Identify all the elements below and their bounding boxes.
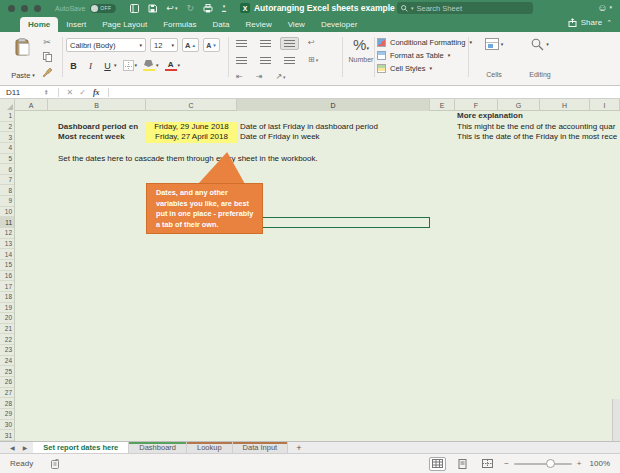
fill-color-button[interactable]: ▾ — [143, 60, 159, 71]
ribbon-tab-developer[interactable]: Developer — [313, 17, 365, 32]
page-break-view-button[interactable] — [479, 457, 496, 471]
underline-button[interactable]: U▾ — [102, 61, 117, 71]
ribbon-tab-page-layout[interactable]: Page Layout — [94, 17, 155, 32]
confirm-entry-icon[interactable]: ✓ — [79, 88, 86, 97]
merge-center-button[interactable]: ⊞▾ — [304, 53, 322, 67]
page-layout-view-button[interactable] — [454, 457, 471, 471]
font-color-button[interactable]: A▾ — [165, 60, 181, 71]
cell-f3[interactable]: This is the date of the Friday in the mo… — [457, 132, 620, 143]
cells-layer: More explanation Dashboard period en Fri… — [0, 99, 620, 441]
macro-record-icon[interactable] — [51, 459, 62, 469]
insert-function-button[interactable]: fx — [93, 88, 100, 97]
zoom-slider[interactable] — [514, 463, 572, 465]
zoom-slider-thumb[interactable] — [546, 459, 555, 468]
ribbon-tab-insert[interactable]: Insert — [58, 17, 94, 32]
sheet-tab-set-report-dates-here[interactable]: Set report dates here — [33, 442, 129, 453]
minimize-window-button[interactable] — [21, 5, 28, 12]
cell-c3[interactable]: Friday, 27 April 2018 — [146, 132, 237, 143]
number-format-button[interactable]: %▾ — [353, 43, 369, 52]
percent-icon: % — [353, 36, 366, 53]
cell-d2[interactable]: Date of last Friday in dashboard period — [240, 122, 378, 133]
search-scope-dropdown-icon[interactable]: ▾ — [411, 6, 414, 11]
undo-button[interactable]: ↩▾ — [166, 3, 177, 13]
feedback-button[interactable]: ☺▾ — [597, 2, 612, 13]
font-size-select[interactable]: 12▾ — [150, 38, 178, 52]
align-left-button[interactable] — [232, 54, 251, 67]
sheet-tab-data-input[interactable]: Data Input — [233, 442, 289, 453]
zoom-in-button[interactable]: + — [577, 459, 582, 468]
cell-c2[interactable]: Friday, 29 June 2018 — [146, 122, 237, 133]
top-align-button[interactable] — [232, 37, 251, 50]
copy-icon[interactable] — [43, 52, 52, 62]
zoom-window-button[interactable] — [34, 5, 41, 12]
vertical-scrollbar[interactable] — [612, 399, 620, 441]
bold-button[interactable]: B — [68, 61, 79, 71]
cell-f1[interactable]: More explanation — [457, 111, 523, 122]
paste-button[interactable]: Paste▾ — [8, 36, 38, 82]
bottom-align-button[interactable] — [280, 37, 299, 50]
format-painter-icon[interactable] — [42, 67, 52, 77]
decrease-indent-button[interactable]: ⇤ — [232, 70, 247, 84]
active-cell-d11[interactable] — [237, 217, 430, 228]
wrap-text-button[interactable]: ↩ — [304, 36, 319, 50]
italic-button[interactable]: I — [85, 61, 96, 71]
sheet-tab-lookup[interactable]: Lookup — [187, 442, 233, 453]
align-right-button[interactable] — [280, 54, 299, 67]
conditional-formatting-button[interactable]: Conditional Formatting▾ — [377, 38, 472, 47]
name-box-stepper[interactable]: ▲▼ — [44, 89, 48, 96]
borders-icon — [123, 60, 134, 71]
save-icon[interactable] — [148, 4, 157, 13]
normal-view-button[interactable] — [429, 457, 446, 471]
decrease-font-size-button[interactable]: A▼ — [203, 38, 220, 52]
toolbar-options-icon[interactable]: ▾▬ — [222, 4, 226, 12]
cancel-entry-icon[interactable]: ✕ — [66, 88, 73, 97]
autosave-toggle[interactable]: OFF — [90, 4, 116, 13]
borders-button[interactable]: ▾ — [123, 60, 138, 71]
cell-b5[interactable]: Set the dates here to cascade them throu… — [58, 154, 318, 165]
format-as-table-button[interactable]: Format as Table▾ — [377, 51, 472, 60]
window-layout-icon[interactable] — [130, 4, 139, 13]
spreadsheet-grid[interactable]: ABCDEFGHI 123456789101112131415161718192… — [0, 99, 620, 441]
search-field[interactable]: ▾ Search Sheet — [397, 2, 533, 14]
prev-sheet-icon[interactable]: ◀ — [10, 444, 15, 451]
undo-dropdown-icon[interactable]: ▾ — [175, 6, 178, 11]
middle-align-button[interactable] — [256, 37, 275, 50]
font-name-select[interactable]: Calibri (Body)▾ — [66, 38, 146, 52]
ribbon-tab-data[interactable]: Data — [205, 17, 238, 32]
excel-file-icon: X — [240, 3, 250, 13]
redo-icon[interactable]: ↻ — [186, 3, 194, 13]
next-sheet-icon[interactable]: ▶ — [23, 444, 28, 451]
cell-b3[interactable]: Most recent week — [58, 132, 125, 143]
add-sheet-button[interactable]: + — [288, 442, 309, 453]
conditional-formatting-icon — [377, 38, 386, 47]
collapse-ribbon-icon[interactable]: ⌃ — [606, 19, 612, 27]
zoom-out-button[interactable]: − — [504, 459, 509, 468]
increase-font-size-button[interactable]: A▲ — [182, 38, 199, 52]
increase-indent-button[interactable]: ⇥ — [252, 70, 267, 84]
ribbon-tab-view[interactable]: View — [280, 17, 313, 32]
ribbon-tab-bar: HomeInsertPage LayoutFormulasDataReviewV… — [0, 16, 620, 32]
ribbon-tab-review[interactable]: Review — [237, 17, 279, 32]
search-icon — [401, 5, 408, 12]
cells-icon — [485, 38, 499, 50]
callout-shape[interactable]: Dates, and any other variables you like,… — [146, 183, 263, 234]
paste-dropdown-icon[interactable]: ▾ — [32, 73, 35, 78]
share-button[interactable]: Share ⌃ — [568, 18, 612, 27]
cell-f2[interactable]: This might be the end of the accounting … — [457, 122, 620, 133]
ribbon-tab-home[interactable]: Home — [20, 17, 58, 32]
sheet-tab-dashboard[interactable]: Dashboard — [129, 442, 187, 453]
cell-styles-button[interactable]: Cell Styles▾ — [377, 64, 472, 73]
ribbon-tab-formulas[interactable]: Formulas — [155, 17, 204, 32]
close-window-button[interactable] — [8, 5, 15, 12]
cell-b2[interactable]: Dashboard period en — [58, 122, 146, 133]
editing-button[interactable]: ▾ Editing — [522, 36, 558, 80]
number-group-label: Number — [348, 56, 374, 63]
number-group: %▾ Number — [348, 36, 374, 63]
orientation-button[interactable]: ↗▾ — [271, 70, 289, 84]
name-box[interactable]: D11 — [0, 88, 44, 97]
align-center-button[interactable] — [256, 54, 275, 67]
cut-icon[interactable]: ✂ — [43, 37, 51, 47]
print-icon[interactable] — [203, 4, 213, 13]
cell-d3[interactable]: Date of Friday in week — [240, 132, 320, 143]
cells-button[interactable]: ▾ Cells — [476, 36, 512, 80]
